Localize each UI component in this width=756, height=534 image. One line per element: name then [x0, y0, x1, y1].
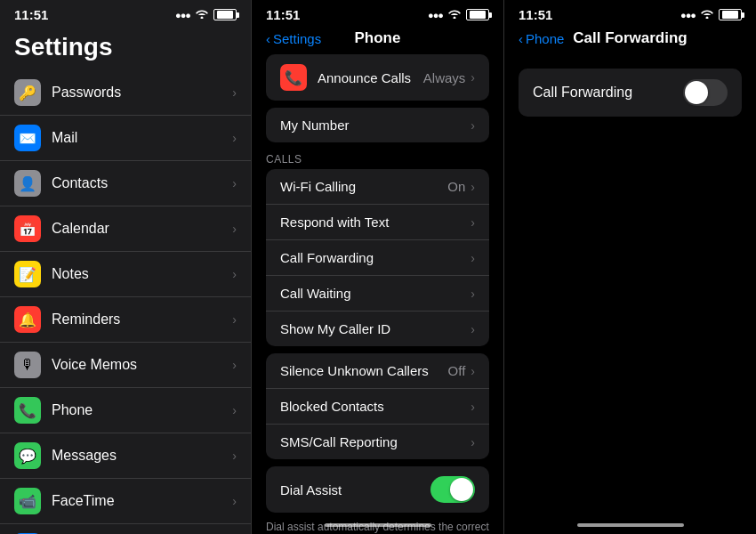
wifi-icon	[700, 8, 714, 21]
call-forwarding-item[interactable]: Call Forwarding ›	[266, 240, 489, 276]
home-indicator	[325, 523, 431, 527]
nav-back-label: Settings	[273, 31, 321, 46]
signal-icon: ●●●	[680, 10, 696, 20]
status-icons-3: ●●●	[680, 8, 742, 21]
call-waiting-label: Call Waiting	[280, 286, 470, 301]
call-forwarding-panel: 11:51 ●●● ‹ Phone Call Forwarding Call F…	[504, 0, 756, 534]
chevron-icon: ›	[470, 400, 475, 414]
settings-item-phone[interactable]: 📞 Phone ›	[0, 388, 251, 433]
call-waiting-item[interactable]: Call Waiting ›	[266, 276, 489, 312]
chevron-icon: ›	[232, 267, 237, 281]
chevron-icon: ›	[232, 131, 237, 145]
nav-back-button[interactable]: ‹ Settings	[266, 31, 321, 46]
settings-item-notes[interactable]: 📝 Notes ›	[0, 252, 251, 297]
settings-panel: 11:51 ●●● Settings 🔑 Passwords › ✉️ Mail…	[0, 0, 252, 534]
back-chevron-icon: ‹	[519, 31, 523, 46]
wifi-icon	[447, 8, 462, 21]
dial-assist-toggle[interactable]	[430, 476, 475, 503]
wifi-calling-item[interactable]: Wi-Fi Calling On ›	[266, 169, 489, 205]
chevron-icon: ›	[470, 287, 475, 301]
chevron-icon: ›	[232, 449, 237, 463]
show-caller-id-label: Show My Caller ID	[280, 321, 470, 336]
status-time-1: 11:51	[14, 7, 48, 22]
wifi-calling-label: Wi-Fi Calling	[280, 179, 447, 194]
status-bar-phone: 11:51 ●●●	[252, 0, 503, 26]
dial-assist-item: Dial Assist	[266, 466, 489, 513]
battery-icon	[213, 9, 237, 20]
mail-label: Mail	[52, 130, 232, 146]
call-forwarding-toggle[interactable]	[683, 79, 728, 106]
contacts-label: Contacts	[52, 175, 232, 191]
chevron-icon: ›	[470, 118, 475, 133]
chevron-icon: ›	[232, 176, 237, 190]
chevron-icon: ›	[232, 494, 237, 508]
chevron-icon: ›	[470, 364, 475, 378]
forwarding-content: Call Forwarding	[504, 54, 756, 131]
announce-calls-label: Announce Calls	[318, 70, 423, 85]
home-indicator-3	[577, 523, 684, 527]
voice-memos-label: Voice Memos	[52, 357, 232, 373]
reminders-icon: 🔔	[14, 306, 41, 333]
call-forwarding-row-label: Call Forwarding	[533, 85, 683, 101]
status-time-2: 11:51	[266, 7, 300, 22]
wifi-calling-value: On	[447, 179, 465, 194]
phone-icon: 📞	[14, 397, 41, 424]
signal-icon: ●●●	[428, 10, 443, 20]
settings-item-messages[interactable]: 💬 Messages ›	[0, 433, 251, 479]
chevron-icon: ›	[470, 215, 475, 230]
call-forwarding-section: Call Forwarding	[519, 69, 742, 117]
settings-title: Settings	[0, 26, 251, 70]
settings-item-calendar[interactable]: 📅 Calendar ›	[0, 206, 251, 252]
blocked-contacts-label: Blocked Contacts	[280, 399, 470, 414]
settings-item-facetime[interactable]: 📹 FaceTime ›	[0, 479, 251, 524]
settings-item-contacts[interactable]: 👤 Contacts ›	[0, 161, 251, 206]
battery-icon	[466, 9, 489, 20]
notes-label: Notes	[52, 266, 232, 282]
silence-unknown-item[interactable]: Silence Unknown Callers Off ›	[266, 353, 489, 389]
contacts-icon: 👤	[14, 170, 41, 197]
passwords-icon: 🔑	[14, 79, 41, 106]
battery-icon	[719, 9, 742, 20]
notes-icon: 📝	[14, 261, 41, 287]
chevron-icon: ›	[232, 358, 237, 372]
chevron-icon: ›	[470, 322, 475, 336]
facetime-label: FaceTime	[52, 493, 232, 509]
chevron-icon: ›	[470, 70, 475, 85]
settings-item-mail[interactable]: ✉️ Mail ›	[0, 116, 251, 161]
dial-assist-label: Dial Assist	[280, 482, 430, 498]
phone-content: 📞 Announce Calls Always › My Number › CA…	[252, 54, 503, 534]
announce-calls-item[interactable]: 📞 Announce Calls Always ›	[266, 54, 489, 101]
status-icons-1: ●●●	[175, 8, 237, 21]
blocked-contacts-item[interactable]: Blocked Contacts ›	[266, 389, 489, 425]
back-chevron-icon: ‹	[266, 31, 270, 46]
forwarding-back-button[interactable]: ‹ Phone	[519, 31, 564, 46]
calendar-icon: 📅	[14, 215, 41, 242]
settings-item-voice-memos[interactable]: 🎙 Voice Memos ›	[0, 343, 251, 388]
calendar-label: Calendar	[52, 221, 232, 237]
facetime-icon: 📹	[14, 488, 41, 514]
passwords-label: Passwords	[52, 85, 232, 101]
silence-unknown-value: Off	[448, 363, 466, 378]
status-bar-settings: 11:51 ●●●	[0, 0, 251, 26]
respond-text-label: Respond with Text	[280, 214, 470, 230]
messages-label: Messages	[52, 448, 232, 464]
chevron-icon: ›	[470, 251, 475, 265]
status-icons-2: ●●●	[428, 8, 489, 21]
signal-icon: ●●●	[175, 10, 190, 20]
chevron-icon: ›	[232, 85, 237, 100]
show-caller-id-item[interactable]: Show My Caller ID ›	[266, 312, 489, 346]
calls-section-header: CALLS	[252, 150, 503, 166]
status-bar-forwarding: 11:51 ●●●	[504, 0, 756, 26]
my-number-item[interactable]: My Number ›	[266, 108, 489, 142]
respond-text-item[interactable]: Respond with Text ›	[266, 205, 489, 240]
chevron-icon: ›	[470, 180, 475, 194]
settings-item-safari[interactable]: 🧭 Safari ›	[0, 524, 251, 534]
messages-icon: 💬	[14, 442, 41, 469]
chevron-icon: ›	[232, 222, 237, 236]
sms-call-reporting-item[interactable]: SMS/Call Reporting ›	[266, 425, 489, 459]
settings-item-passwords[interactable]: 🔑 Passwords ›	[0, 70, 251, 116]
mail-icon: ✉️	[14, 125, 41, 151]
forwarding-nav-bar: ‹ Phone Call Forwarding	[504, 26, 756, 54]
settings-item-reminders[interactable]: 🔔 Reminders ›	[0, 297, 251, 343]
my-number-label: My Number	[280, 117, 470, 133]
